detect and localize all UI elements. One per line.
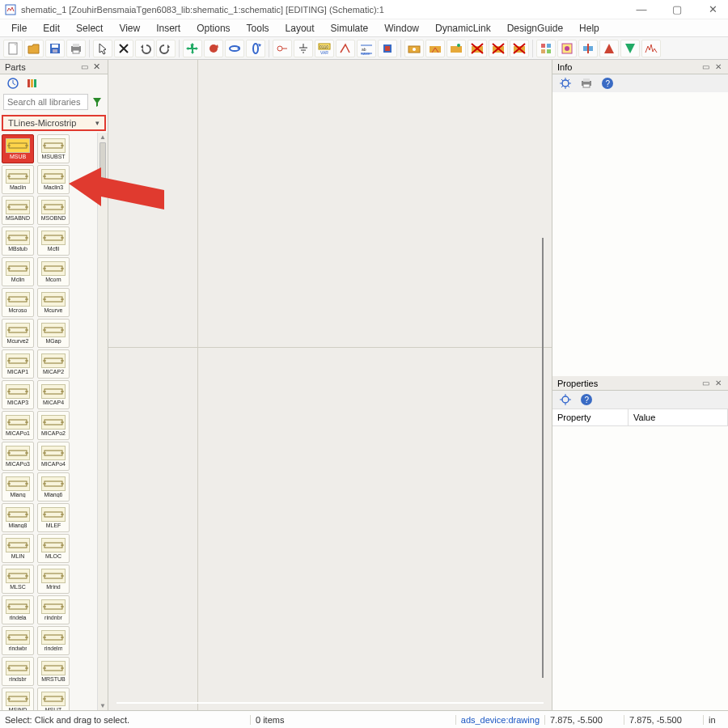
part-MSUBST[interactable]: MSUBST bbox=[37, 134, 70, 163]
props-help-icon[interactable]: ? bbox=[580, 393, 593, 406]
part-MLEF[interactable]: MLEF bbox=[37, 503, 70, 532]
part-Maclin3[interactable]: Maclin3 bbox=[37, 165, 70, 194]
library-icon[interactable] bbox=[26, 77, 39, 90]
ground-button[interactable] bbox=[294, 40, 313, 57]
menu-select[interactable]: Select bbox=[68, 20, 111, 36]
menu-tools[interactable]: Tools bbox=[239, 20, 277, 36]
part-rindela[interactable]: rindela bbox=[2, 595, 34, 624]
delete-button[interactable] bbox=[114, 40, 133, 57]
part-Maclin[interactable]: Maclin bbox=[2, 165, 34, 194]
schematic-canvas[interactable] bbox=[108, 60, 552, 710]
part-Mcroso[interactable]: Mcroso bbox=[2, 288, 34, 317]
part-MLIN[interactable]: MLIN bbox=[2, 534, 34, 563]
save-button[interactable] bbox=[45, 40, 65, 57]
part-Mcurve[interactable]: Mcurve bbox=[37, 288, 70, 317]
minimize-button[interactable]: — bbox=[631, 2, 652, 18]
part-MRSTUB[interactable]: MRSTUB bbox=[37, 657, 70, 686]
menu-designguide[interactable]: DesignGuide bbox=[499, 20, 571, 36]
props-gear-icon[interactable] bbox=[559, 393, 572, 406]
parts-pin-icon[interactable]: ▭ bbox=[78, 62, 91, 71]
part-Mrind[interactable]: Mrind bbox=[37, 565, 70, 594]
filter-icon[interactable] bbox=[90, 95, 104, 109]
menu-layout[interactable]: Layout bbox=[277, 20, 323, 36]
part-MLSC[interactable]: MLSC bbox=[2, 565, 34, 594]
redo-button[interactable] bbox=[156, 40, 176, 57]
move-button[interactable] bbox=[183, 40, 202, 57]
layout3-button[interactable] bbox=[578, 40, 598, 57]
menu-window[interactable]: Window bbox=[376, 20, 427, 36]
var-button[interactable]: 0110VAR bbox=[315, 40, 334, 57]
part-Mcurve2[interactable]: Mcurve2 bbox=[2, 319, 34, 348]
no-sim3-button[interactable] bbox=[510, 40, 529, 57]
part-MSUB[interactable]: MSUB bbox=[2, 134, 34, 163]
part-Mclin[interactable]: Mclin bbox=[2, 257, 34, 286]
close-button[interactable]: ✕ bbox=[702, 2, 723, 18]
opt-button[interactable] bbox=[447, 40, 466, 57]
part-MSABND[interactable]: MSABND bbox=[2, 196, 34, 225]
part-MICAP3[interactable]: MICAP3 bbox=[2, 380, 34, 409]
part-MICAPo2[interactable]: MICAPo2 bbox=[37, 411, 70, 440]
part-Mlang8[interactable]: Mlang8 bbox=[2, 503, 34, 532]
part-MICAP1[interactable]: MICAP1 bbox=[2, 349, 34, 379]
status-unit[interactable]: in bbox=[704, 715, 728, 725]
component-button[interactable] bbox=[378, 40, 397, 57]
menu-edit[interactable]: Edit bbox=[35, 20, 68, 36]
menu-simulate[interactable]: Simulate bbox=[323, 20, 377, 36]
menu-view[interactable]: View bbox=[111, 20, 148, 36]
part-MBstub[interactable]: MBstub bbox=[2, 226, 34, 256]
no-sim2-button[interactable] bbox=[489, 40, 508, 57]
part-Mlang6[interactable]: Mlang6 bbox=[37, 472, 70, 502]
undo-button[interactable] bbox=[135, 40, 154, 57]
part-MLOC[interactable]: MLOC bbox=[37, 534, 70, 563]
status-layer[interactable]: ads_device:drawing bbox=[456, 715, 545, 725]
info-close-icon[interactable]: ✕ bbox=[713, 62, 723, 71]
part-MSIND[interactable]: MSIND bbox=[2, 688, 34, 710]
wire-button[interactable] bbox=[336, 40, 355, 57]
menu-dynamiclink[interactable]: DynamicLink bbox=[427, 20, 499, 36]
new-button[interactable] bbox=[3, 40, 23, 57]
part-Mlang[interactable]: Mlang bbox=[2, 472, 34, 502]
menu-options[interactable]: Options bbox=[188, 20, 238, 36]
part-MSLIT[interactable]: MSLIT bbox=[37, 688, 70, 710]
no-sim1-button[interactable] bbox=[468, 40, 487, 57]
part-MSOBND[interactable]: MSOBND bbox=[37, 196, 70, 225]
part-rindnbr[interactable]: rindnbr bbox=[37, 595, 70, 624]
library-select[interactable]: TLines-Microstrip ▾ bbox=[2, 115, 106, 131]
gear-icon[interactable] bbox=[559, 77, 572, 90]
part-Mcfil[interactable]: Mcfil bbox=[37, 226, 70, 256]
tune-button[interactable] bbox=[425, 40, 445, 57]
parts-close-icon[interactable]: ✕ bbox=[91, 61, 103, 72]
part-MICAPo4[interactable]: MICAPo4 bbox=[37, 442, 70, 471]
props-pin-icon[interactable]: ▭ bbox=[700, 379, 711, 387]
mirror-y-button[interactable] bbox=[246, 40, 265, 57]
part-MICAPo3[interactable]: MICAPo3 bbox=[2, 442, 34, 471]
sim-button[interactable] bbox=[404, 40, 424, 57]
part-MICAP2[interactable]: MICAP2 bbox=[37, 349, 70, 379]
name-button[interactable]: abNAME bbox=[357, 40, 376, 57]
menu-help[interactable]: Help bbox=[571, 20, 607, 36]
layout6-button[interactable] bbox=[641, 40, 661, 57]
part-MICAPo1[interactable]: MICAPo1 bbox=[2, 411, 34, 440]
rotate-button[interactable] bbox=[204, 40, 223, 57]
menu-insert[interactable]: Insert bbox=[148, 20, 188, 36]
part-rindelm[interactable]: rindelm bbox=[37, 626, 70, 655]
history-icon[interactable] bbox=[6, 77, 19, 90]
pointer-button[interactable] bbox=[93, 40, 112, 57]
mirror-x-button[interactable] bbox=[225, 40, 244, 57]
port-button[interactable] bbox=[273, 40, 292, 57]
open-button[interactable] bbox=[24, 40, 44, 57]
part-rindwbr[interactable]: rindwbr bbox=[2, 626, 34, 655]
print-icon[interactable] bbox=[580, 77, 593, 90]
search-input[interactable] bbox=[3, 94, 88, 110]
props-close-icon[interactable]: ✕ bbox=[713, 379, 723, 387]
maximize-button[interactable]: ▢ bbox=[667, 2, 688, 18]
layout2-button[interactable] bbox=[557, 40, 577, 57]
part-Mcorn[interactable]: Mcorn bbox=[37, 257, 70, 286]
part-MGap[interactable]: MGap bbox=[37, 319, 70, 348]
layout5-button[interactable] bbox=[620, 40, 640, 57]
info-pin-icon[interactable]: ▭ bbox=[700, 62, 711, 71]
part-rindsbr[interactable]: rindsbr bbox=[2, 657, 34, 686]
help-icon[interactable]: ? bbox=[601, 77, 614, 90]
layout4-button[interactable] bbox=[599, 40, 619, 57]
part-MICAP4[interactable]: MICAP4 bbox=[37, 380, 70, 409]
